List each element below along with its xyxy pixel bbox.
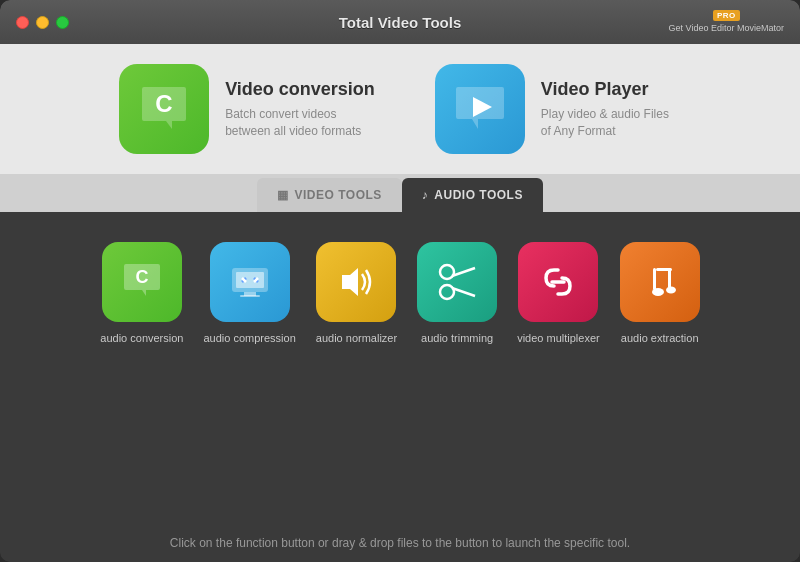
audio-tools-tab-label: AUDIO TOOLS: [434, 188, 523, 202]
tab-audio-tools[interactable]: ♪ AUDIO TOOLS: [402, 178, 543, 212]
tab-bar: ▦ VIDEO TOOLS ♪ AUDIO TOOLS: [0, 174, 800, 212]
traffic-lights: [16, 16, 69, 29]
svg-rect-18: [668, 268, 671, 288]
audio-compression-icon-box: [210, 242, 290, 322]
audio-extraction-icon: [636, 258, 684, 306]
audio-extraction-label: audio extraction: [621, 332, 699, 344]
tool-item-audio-trimming[interactable]: audio trimming: [417, 242, 497, 526]
window-title: Total Video Tools: [339, 14, 462, 31]
audio-compression-label: audio compression: [203, 332, 295, 344]
video-player-info: Video Player Play video & audio Files of…: [541, 79, 681, 140]
logo-text: Get Video Editor MovieMator: [669, 23, 784, 35]
video-conversion-desc: Batch convert videos between all video f…: [225, 106, 365, 140]
pro-badge: PRO: [713, 10, 740, 21]
main-window: Total Video Tools PRO Get Video Editor M…: [0, 0, 800, 562]
audio-trimming-icon-box: [417, 242, 497, 322]
audio-normalizer-icon-box: [316, 242, 396, 322]
audio-compression-icon: [226, 258, 274, 306]
maximize-button[interactable]: [56, 16, 69, 29]
audio-normalizer-label: audio normalizer: [316, 332, 397, 344]
svg-point-13: [440, 285, 454, 299]
tool-item-audio-conversion[interactable]: C audio conversion: [100, 242, 183, 526]
tools-grid: C audio conversion: [30, 232, 770, 526]
video-player-title: Video Player: [541, 79, 681, 100]
tab-video-tools[interactable]: ▦ VIDEO TOOLS: [257, 178, 402, 212]
footer-text: Click on the function button or dray & d…: [170, 536, 630, 550]
feature-card-video-player[interactable]: Video Player Play video & audio Files of…: [435, 64, 681, 154]
minimize-button[interactable]: [36, 16, 49, 29]
video-conversion-icon: C: [134, 79, 194, 139]
audio-extraction-icon-box: [620, 242, 700, 322]
svg-rect-19: [653, 268, 656, 290]
svg-rect-4: [236, 272, 264, 288]
audio-normalizer-icon: [332, 258, 380, 306]
svg-line-15: [452, 288, 475, 296]
svg-text:C: C: [135, 267, 148, 287]
audio-conversion-label: audio conversion: [100, 332, 183, 344]
audio-tools-tab-icon: ♪: [422, 188, 429, 202]
video-conversion-info: Video conversion Batch convert videos be…: [225, 79, 375, 140]
video-conversion-icon-box: C: [119, 64, 209, 154]
svg-point-20: [652, 288, 664, 296]
svg-marker-11: [342, 268, 358, 296]
tool-item-audio-normalizer[interactable]: audio normalizer: [316, 242, 397, 526]
video-tools-tab-label: VIDEO TOOLS: [295, 188, 382, 202]
video-multiplexer-icon-box: [518, 242, 598, 322]
svg-point-12: [440, 265, 454, 279]
audio-trimming-label: audio trimming: [421, 332, 493, 344]
footer: Click on the function button or dray & d…: [30, 526, 770, 562]
audio-trimming-icon: [433, 258, 481, 306]
video-multiplexer-label: video multiplexer: [517, 332, 600, 344]
video-player-desc: Play video & audio Files of Any Format: [541, 106, 681, 140]
feature-card-video-conversion[interactable]: C Video conversion Batch convert videos …: [119, 64, 375, 154]
video-player-icon: [450, 79, 510, 139]
video-tools-tab-icon: ▦: [277, 188, 289, 202]
close-button[interactable]: [16, 16, 29, 29]
tool-item-audio-compression[interactable]: audio compression: [203, 242, 295, 526]
audio-conversion-icon: C: [118, 258, 166, 306]
svg-text:C: C: [155, 90, 172, 117]
video-conversion-title: Video conversion: [225, 79, 375, 100]
tools-area: C audio conversion: [0, 212, 800, 562]
svg-line-14: [452, 268, 475, 276]
tool-item-audio-extraction[interactable]: audio extraction: [620, 242, 700, 526]
tool-item-video-multiplexer[interactable]: video multiplexer: [517, 242, 600, 526]
video-player-icon-box: [435, 64, 525, 154]
video-multiplexer-icon: [534, 258, 582, 306]
logo-area[interactable]: PRO Get Video Editor MovieMator: [669, 10, 784, 35]
top-content-area: C Video conversion Batch convert videos …: [0, 44, 800, 174]
svg-point-21: [666, 287, 676, 294]
audio-conversion-icon-box: C: [102, 242, 182, 322]
svg-rect-6: [240, 295, 260, 297]
title-bar: Total Video Tools PRO Get Video Editor M…: [0, 0, 800, 44]
